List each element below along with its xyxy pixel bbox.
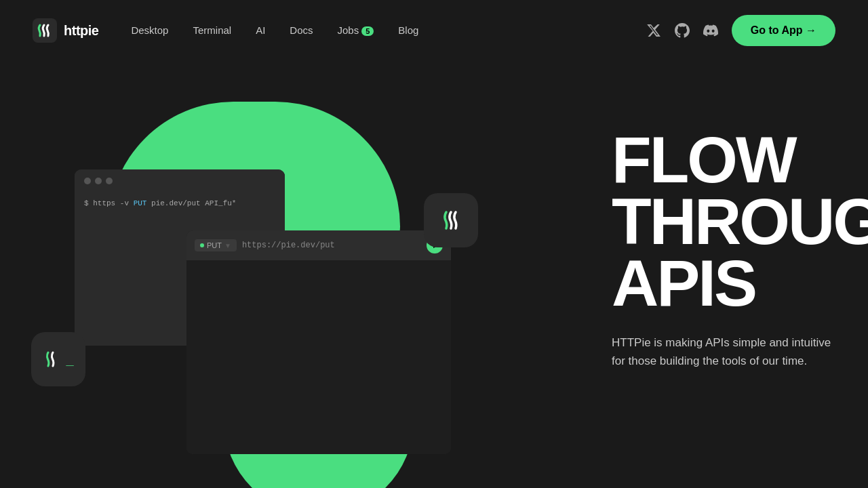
window-dot-red	[84, 178, 91, 184]
app-body	[186, 260, 451, 454]
go-to-app-button[interactable]: Go to App →	[732, 15, 835, 46]
headline-line3: APIs	[612, 247, 755, 319]
nav-item-jobs[interactable]: Jobs5	[338, 24, 374, 37]
nav-item-docs[interactable]: Docs	[290, 24, 313, 37]
method-indicator	[200, 243, 204, 247]
nav-item-terminal[interactable]: Terminal	[193, 24, 231, 37]
github-icon[interactable]	[675, 23, 690, 38]
httpie-terminal-logo	[43, 348, 64, 370]
hero-headline: FLOW THROUGH APIs	[612, 129, 835, 314]
terminal-titlebar	[75, 169, 285, 192]
svg-rect-0	[33, 18, 57, 43]
url-input[interactable]: https://pie.dev/put	[242, 241, 421, 250]
window-dot-yellow	[95, 178, 102, 184]
app-window-bar: PUT ▼ https://pie.dev/put	[186, 230, 451, 260]
nav-right: Go to App →	[646, 15, 835, 46]
jobs-badge: 5	[361, 26, 374, 36]
httpie-desktop-icon	[424, 193, 478, 247]
nav-item-blog[interactable]: Blog	[398, 24, 418, 37]
httpie-logo-icon	[33, 18, 57, 43]
nav-item-desktop[interactable]: Desktop	[131, 24, 168, 37]
httpie-terminal-icon: _	[31, 332, 85, 386]
window-dot-green	[106, 178, 113, 184]
twitter-icon[interactable]	[646, 23, 661, 38]
logo[interactable]: httpie	[33, 18, 98, 43]
hero-section: $ https -v PUT pie.dev/put API_fu* PUT ▼…	[0, 61, 868, 488]
hero-description: HTTPie is making APIs simple and intuiti…	[612, 333, 835, 370]
navbar: httpie Desktop Terminal AI Docs Jobs5 Bl…	[0, 0, 868, 61]
headline: FLOW THROUGH APIs HTTPie is making APIs …	[612, 129, 835, 370]
terminal-command: $ https -v PUT pie.dev/put API_fu*	[84, 199, 236, 207]
discord-icon[interactable]	[703, 23, 718, 38]
terminal-body: $ https -v PUT pie.dev/put API_fu*	[75, 192, 285, 214]
app-window: PUT ▼ https://pie.dev/put	[186, 230, 451, 454]
terminal-icon-inner: _	[43, 348, 73, 370]
nav-links: Desktop Terminal AI Docs Jobs5 Blog	[131, 24, 418, 37]
method-badge: PUT ▼	[195, 239, 237, 251]
method-text: PUT	[207, 241, 222, 249]
logo-text: httpie	[64, 23, 98, 39]
httpie-float-logo	[437, 207, 465, 234]
terminal-cursor-icon: _	[66, 352, 73, 366]
nav-item-ai[interactable]: AI	[256, 24, 265, 37]
